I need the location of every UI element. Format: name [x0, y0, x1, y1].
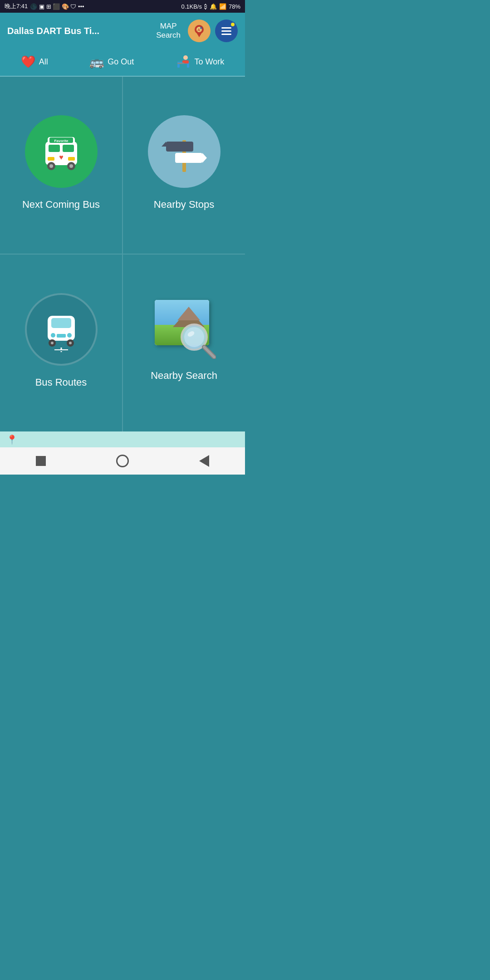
nav-back-button[interactable]	[196, 453, 212, 469]
status-right: 0.1KB/s ₿ 🔔 📶 78%	[181, 3, 240, 10]
svg-point-36	[51, 342, 54, 344]
svg-rect-6	[177, 64, 180, 68]
notification-dot	[230, 22, 235, 27]
time: 晚上7:41	[5, 2, 28, 10]
tab-go-out-label: Go Out	[108, 57, 134, 67]
tab-go-out[interactable]: 🚌 Go Out	[89, 55, 134, 69]
nearby-stops-icon	[148, 115, 220, 188]
bus-routes-label: Bus Routes	[35, 377, 87, 388]
bus-routes-cell[interactable]: Bus Routes	[0, 255, 122, 431]
svg-rect-31	[51, 318, 71, 328]
nav-home-button[interactable]	[114, 453, 131, 469]
svg-rect-10	[177, 63, 184, 64]
next-coming-bus-cell[interactable]: Favorite ♥ Next Coming Bus	[0, 77, 122, 254]
next-coming-bus-label: Next Coming Bus	[22, 199, 100, 211]
status-bar: 晚上7:41 🌑 ▣ ⊞ ⬛ 🎨 🛡 ••• 0.1KB/s ₿ 🔔 📶 78%	[0, 0, 245, 13]
nav-bar	[0, 447, 245, 475]
svg-text:♥: ♥	[59, 153, 64, 161]
svg-point-33	[67, 333, 72, 338]
signal-icon: 🔔	[210, 3, 217, 10]
svg-rect-17	[48, 157, 54, 161]
main-grid: Favorite ♥ Next Coming Bus	[0, 77, 245, 431]
svg-rect-16	[63, 145, 74, 152]
map-search-line2: Search	[156, 31, 181, 40]
menu-button[interactable]	[215, 20, 238, 42]
wifi-icon: 📶	[219, 3, 226, 10]
next-coming-bus-icon: Favorite ♥	[25, 115, 98, 188]
svg-point-21	[49, 164, 53, 168]
triangle-icon	[199, 455, 209, 467]
circle-icon	[116, 455, 129, 467]
svg-marker-29	[202, 153, 207, 163]
svg-rect-34	[57, 334, 66, 338]
map-pin-svg: A B	[192, 24, 206, 38]
svg-point-42	[184, 327, 204, 347]
map-search-line1: MAP	[160, 22, 177, 31]
tab-all[interactable]: ❤️ All	[21, 55, 48, 69]
heart-icon: ❤️	[21, 55, 35, 69]
header-icons: A B	[188, 20, 238, 42]
bluetooth-icon: ₿	[204, 3, 207, 10]
tab-to-work[interactable]: To Work	[176, 53, 225, 71]
bottom-bar: 📍	[0, 431, 245, 447]
map-icon[interactable]: A B	[188, 20, 211, 42]
svg-point-8	[183, 55, 188, 60]
svg-marker-4	[196, 33, 202, 37]
svg-point-32	[51, 333, 55, 338]
app-header: Dallas DART Bus Ti... MAP Search A B	[0, 13, 245, 49]
tab-all-label: All	[39, 57, 48, 67]
nearby-search-label: Nearby Search	[151, 370, 217, 382]
menu-lines-icon	[221, 27, 231, 35]
nav-square-button[interactable]	[33, 453, 49, 469]
svg-rect-25	[166, 142, 193, 152]
battery-level: 78%	[229, 3, 240, 10]
svg-rect-18	[68, 157, 75, 161]
map-search-button[interactable]: MAP Search	[156, 22, 181, 40]
work-emoji-icon	[176, 53, 191, 71]
svg-text:B: B	[200, 26, 202, 29]
magnifier-svg	[180, 323, 216, 359]
svg-rect-7	[187, 64, 189, 68]
svg-point-23	[69, 164, 73, 168]
status-icons: 🌑 ▣ ⊞ ⬛ 🎨 🛡 •••	[30, 3, 84, 10]
square-icon	[36, 456, 46, 466]
bus-routes-icon	[25, 293, 98, 366]
tab-to-work-label: To Work	[195, 57, 225, 67]
app-title: Dallas DART Bus Ti...	[7, 26, 149, 36]
status-left: 晚上7:41 🌑 ▣ ⊞ ⬛ 🎨 🛡 •••	[5, 2, 84, 10]
svg-point-38	[69, 342, 72, 344]
location-pin-icon: 📍	[6, 434, 18, 445]
svg-rect-15	[49, 145, 60, 152]
bus-emoji-icon: 🚌	[89, 55, 104, 69]
speed: 0.1KB/s	[181, 3, 202, 10]
svg-text:Favorite: Favorite	[54, 139, 69, 143]
svg-line-45	[204, 347, 214, 357]
nearby-search-icon	[152, 300, 216, 359]
nearby-search-cell[interactable]: Nearby Search	[123, 255, 245, 431]
nearby-stops-cell[interactable]: Nearby Stops	[123, 77, 245, 254]
svg-marker-27	[162, 147, 166, 152]
tab-bar: ❤️ All 🚌 Go Out To Work	[0, 49, 245, 77]
svg-marker-26	[162, 142, 166, 147]
nearby-stops-label: Nearby Stops	[154, 199, 214, 211]
svg-rect-28	[175, 153, 202, 163]
